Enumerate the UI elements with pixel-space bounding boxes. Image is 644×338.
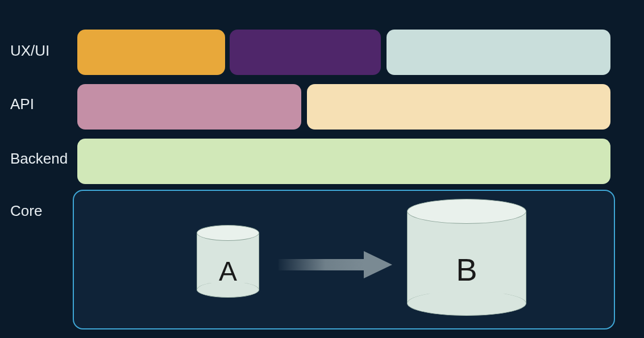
svg-rect-0 xyxy=(279,259,364,270)
database-a-label: A xyxy=(197,256,259,287)
uxui-block-2 xyxy=(230,30,381,75)
database-b: B xyxy=(407,199,526,318)
arrow-icon xyxy=(279,248,392,282)
backend-block xyxy=(77,139,610,184)
database-b-label: B xyxy=(407,251,526,288)
api-block-2 xyxy=(307,84,610,130)
row-label-core: Core xyxy=(10,202,42,220)
uxui-block-3 xyxy=(387,30,610,75)
row-label-api: API xyxy=(10,95,34,113)
database-a: A xyxy=(197,225,259,299)
row-label-uxui: UX/UI xyxy=(10,42,49,60)
core-container: A B xyxy=(73,190,615,329)
diagram-stage: UX/UI API Backend Core A xyxy=(0,0,644,338)
uxui-block-1 xyxy=(77,30,225,75)
api-block-1 xyxy=(77,84,301,130)
svg-marker-1 xyxy=(364,251,392,278)
row-label-backend: Backend xyxy=(10,150,68,168)
